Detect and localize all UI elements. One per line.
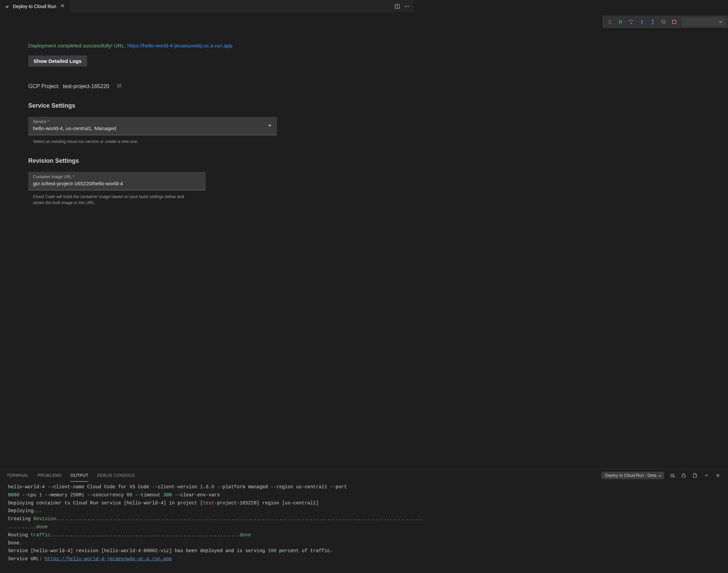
deployment-status: Deployment completed successfully! URL: …	[28, 43, 414, 49]
deployment-url-link[interactable]: https://hello-world-4-jecaesxwdq-uc.a.ru…	[127, 43, 233, 48]
service-field-value: hello-world-4, us-central1, Managed	[33, 125, 272, 131]
dropdown-arrow-icon	[268, 125, 272, 127]
service-settings-header: Service Settings	[28, 102, 414, 109]
status-message: Deployment completed successfully! URL:	[28, 43, 127, 48]
svg-point-4	[408, 6, 409, 7]
cloud-run-icon	[5, 4, 10, 9]
service-field-label: Service *	[33, 119, 272, 124]
container-field-help: Cloud Code will build the container imag…	[28, 194, 196, 206]
editor-actions	[390, 0, 414, 12]
service-field-help: Select an existing cloud run service or …	[28, 139, 196, 145]
container-field-value: gcr.io/test-project-165220/hello-world-4	[33, 181, 201, 187]
gcp-project-row: GCP Project: test-project-165220	[28, 83, 414, 89]
gcp-project-label: GCP Project:	[28, 83, 59, 89]
tab-group-left: Deploy to Cloud Run	[0, 0, 70, 12]
container-image-input[interactable]: Container image URL * gcr.io/test-projec…	[28, 172, 206, 190]
close-icon[interactable]	[59, 3, 66, 10]
gcp-project-value: test-project-165220	[63, 83, 109, 89]
tab-title: Deploy to Cloud Run	[13, 4, 56, 9]
editor-content: Deployment completed successfully! URL: …	[0, 12, 414, 326]
tab-deploy-cloud-run[interactable]: Deploy to Cloud Run	[0, 0, 70, 12]
more-actions-icon[interactable]	[403, 2, 411, 10]
show-detailed-logs-button[interactable]: Show Detailed Logs	[28, 55, 87, 67]
svg-point-2	[405, 6, 406, 7]
svg-point-3	[406, 6, 407, 7]
tab-bar: Deploy to Cloud Run	[0, 0, 414, 12]
revision-settings-header: Revision Settings	[28, 157, 414, 164]
container-field-label: Container image URL *	[33, 175, 201, 179]
switch-project-icon[interactable]	[116, 83, 123, 89]
service-select[interactable]: Service * hello-world-4, us-central1, Ma…	[28, 117, 277, 135]
split-editor-icon[interactable]	[393, 2, 401, 10]
